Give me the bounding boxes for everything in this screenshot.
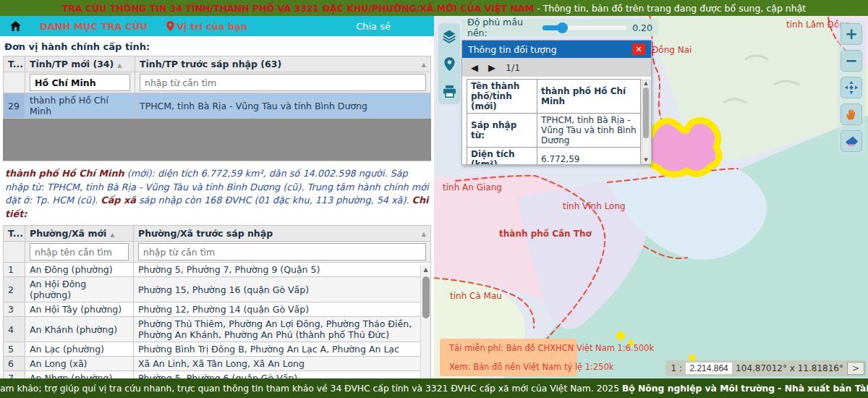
col-header-new-province[interactable]: Tỉnh/TP mới (34)▲	[25, 56, 135, 72]
pan-icon	[844, 80, 859, 95]
ward-row[interactable]: 2An Hội Đông (phường)Phường 15, Phường 1…	[4, 277, 431, 302]
col-header-index[interactable]: T...	[4, 226, 25, 242]
ward-row[interactable]: 3An Hội Tây (phường)Phường 12, Phường 14…	[4, 302, 431, 317]
map-label-an-giang: tỉnh An Giang	[443, 182, 502, 192]
hand-icon	[845, 108, 858, 121]
scale-prefix: 1 :	[671, 363, 683, 373]
printer-icon	[443, 85, 456, 98]
province-old-filter-input[interactable]	[140, 74, 426, 91]
opacity-control: Độ phủ mầu nền: 0.20	[461, 19, 658, 36]
col-header-old-province[interactable]: Tỉnh/TP trước sáp nhập (63)▲	[135, 56, 431, 72]
footer-org: Bộ Nông nghiệp và Môi trường - Nhà xuất …	[622, 384, 868, 394]
scroll-down-icon[interactable]: ▼	[642, 157, 650, 163]
nav-bar: DANH MỤC TRA CỨU Vị trí của bạn Chia sẻ	[0, 16, 434, 36]
zoom-in-button[interactable]: +	[841, 23, 862, 45]
map-label-can-tho: thành phố Cần Thơ	[499, 229, 592, 239]
pager-count: 1/1	[506, 62, 520, 73]
home-icon	[10, 21, 21, 31]
ward-row[interactable]: 1An Đông (phường)Phường 5, Phường 7, Phư…	[4, 263, 431, 277]
col-header-old-ward[interactable]: Phường/Xã trước sáp nhập▲	[134, 226, 431, 242]
col-header-index[interactable]: T...	[4, 56, 25, 72]
nav-item-danh-muc[interactable]: DANH MỤC TRA CỨU	[40, 21, 148, 32]
sort-icon: ▲	[117, 62, 122, 69]
map-tools-right: + −	[838, 20, 865, 155]
prev-feature-button[interactable]: ◀	[471, 63, 478, 72]
download-map-link[interactable]: Tải miễn phí: Bản đồ CHXHCN Việt Nam 1:6…	[446, 343, 571, 353]
pin-icon	[166, 21, 174, 31]
province-section-heading: Đơn vị hành chính cấp tỉnh:	[3, 36, 431, 56]
plus-icon: +	[845, 27, 858, 42]
popup-scrollbar[interactable]: ▲ ▼	[642, 80, 650, 164]
eraser-icon	[845, 135, 859, 148]
opacity-slider[interactable]	[542, 25, 627, 30]
next-feature-button[interactable]: ▶	[488, 63, 495, 72]
province-row-selected[interactable]: 29 thành phố Hồ Chí Minh TPHCM, tỉnh Bà …	[4, 93, 431, 119]
popup-close-button[interactable]: ✕	[632, 43, 645, 55]
province-summary: thành phố Hồ Chí Minh (mới): diện tích 6…	[3, 161, 431, 225]
cursor-coordinates: 104.87012° x 11.81816°	[736, 363, 843, 373]
feature-info-popup: Thông tin đối tượng ✕ ◀ ▶ 1/1 Tên thành …	[461, 40, 652, 165]
ward-table-scrollbar[interactable]: ▲ ▼	[420, 265, 430, 378]
ward-new-filter-input[interactable]	[30, 243, 129, 261]
minus-icon: −	[845, 54, 858, 69]
print-button[interactable]	[441, 82, 458, 100]
ward-filter-row	[4, 242, 431, 263]
ward-row[interactable]: 4An Khánh (phường)Phường Thủ Thiêm, Phườ…	[4, 317, 431, 342]
page-title-suffix: - Thông tin, bản đồ trên trang đang được…	[537, 3, 806, 14]
table-empty-area	[3, 119, 431, 161]
ward-row[interactable]: 5An Lạc (phường)Phường Bình Trị Đông B, …	[4, 342, 431, 357]
attr-row: Diện tích (km²)6.772,59	[467, 148, 641, 165]
map-links-box: Tải miễn phí: Bản đồ CHXHCN Việt Nam 1:6…	[440, 339, 577, 376]
pan-hand-button[interactable]	[841, 103, 862, 125]
opacity-value: 0.20	[632, 22, 652, 33]
zoom-out-button[interactable]: −	[841, 50, 862, 72]
province-filter-row	[4, 72, 431, 93]
scale-control: 1 : 104.87012° x 11.81816° >	[665, 360, 867, 376]
scrollbar-thumb[interactable]	[422, 276, 430, 318]
province-table-header: T... Tỉnh/TP mới (34)▲ Tỉnh/TP trước sáp…	[4, 56, 431, 72]
locate-button[interactable]	[441, 55, 458, 72]
popup-title-bar[interactable]: Thông tin đối tượng ✕	[462, 41, 651, 58]
erase-button[interactable]	[841, 130, 862, 152]
chevron-right-icon: >	[852, 363, 859, 373]
home-button[interactable]	[10, 21, 21, 31]
province-table: T... Tỉnh/TP mới (34)▲ Tỉnh/TP trước sáp…	[3, 56, 431, 119]
ward-old-filter-input[interactable]	[138, 243, 426, 261]
page-title: TRA CỨU THÔNG TIN 34 TỈNH/THÀNH PHỐ VÀ 3…	[62, 3, 534, 14]
popup-pager: ◀ ▶ 1/1	[462, 58, 651, 77]
footer-marquee: am khảo; trợ giúp quí vị tra cứu nhanh, …	[0, 384, 619, 394]
sort-icon: ▲	[422, 231, 426, 237]
left-panel: Đơn vị hành chính cấp tỉnh: T... Tỉnh/TP…	[0, 36, 434, 378]
col-header-new-ward[interactable]: Phường/Xã mới▲	[25, 226, 134, 242]
scale-expand-button[interactable]: >	[847, 362, 864, 375]
map-canvas[interactable]: tỉnh Lâm Đồng Đồng Nai tỉnh An Giang tỉn…	[434, 16, 868, 378]
scale-input[interactable]	[686, 363, 732, 374]
province-new-filter-input[interactable]	[30, 74, 130, 91]
map-label-ca-mau: tỉnh Cà Mau	[450, 291, 502, 301]
map-label-vinh-long: tỉnh Vĩnh Long	[563, 201, 626, 211]
close-icon: ✕	[635, 45, 642, 54]
top-title-bar: TRA CỨU THÔNG TIN 34 TỈNH/THÀNH PHỐ VÀ 3…	[0, 0, 868, 16]
nav-item-location[interactable]: Vị trí của bạn	[166, 21, 247, 32]
share-button[interactable]: Chia sẻ	[356, 21, 391, 32]
slider-knob[interactable]	[557, 22, 568, 33]
location-pin-icon	[444, 57, 455, 71]
layers-button[interactable]	[441, 27, 458, 45]
map-label-dong-nai: Đồng Nai	[652, 45, 692, 55]
layers-icon	[442, 29, 456, 43]
summary-province-name: thành phố Hồ Chí Minh	[5, 168, 124, 179]
ward-table-wrap: T... Phường/Xã mới▲ Phường/Xã trước sáp …	[3, 225, 431, 378]
opacity-label: Độ phủ mầu nền:	[467, 17, 537, 38]
view-basemap-link[interactable]: Xem: Bản đồ nền Việt Nam tỷ lệ 1:250k	[446, 362, 571, 372]
attr-row: Sáp nhập từ:TPHCM, tỉnh Bà Rịa - Vũng Tà…	[467, 114, 641, 148]
ward-row[interactable]: 6An Long (xã)Xã An Linh, Xã Tân Long, Xã…	[4, 357, 431, 371]
sort-icon: ▲	[422, 62, 426, 68]
scroll-up-icon[interactable]: ▲	[642, 80, 650, 86]
pan-extent-button[interactable]	[841, 77, 862, 98]
ward-row[interactable]: 7An Nhơn (phường)Phường 5, Phường 6 (quậ…	[4, 371, 431, 378]
app-window: TRA CỨU THÔNG TIN 34 TỈNH/THÀNH PHỐ VÀ 3…	[0, 0, 868, 398]
nav-location-label: Vị trí của bạn	[176, 21, 247, 32]
ward-table-header: T... Phường/Xã mới▲ Phường/Xã trước sáp …	[4, 226, 431, 242]
scroll-up-icon[interactable]: ▲	[423, 265, 427, 275]
scrollbar-thumb[interactable]	[643, 88, 649, 138]
